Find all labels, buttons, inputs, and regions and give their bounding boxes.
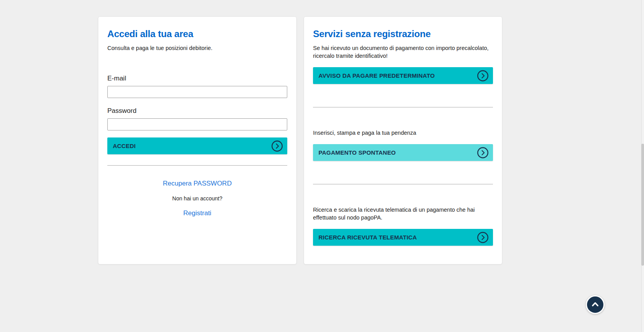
service-section-avviso: Se hai ricevuto un documento di pagament… <box>313 44 493 84</box>
ricerca-ricevuta-button[interactable]: RICERCA RICEVUTA TELEMATICA <box>313 229 493 246</box>
register-link[interactable]: Registrati <box>183 209 212 217</box>
service-section-ricevuta: Ricerca e scarica la ricevuta telematica… <box>313 206 493 246</box>
scroll-to-top-button[interactable] <box>586 295 605 314</box>
chevron-up-icon <box>590 299 600 311</box>
scrollbar-track[interactable] <box>641 0 644 332</box>
accedi-button-label: ACCEDI <box>113 143 136 149</box>
email-label: E-mail <box>107 75 287 82</box>
password-field-group: Password <box>107 107 287 130</box>
login-card-subtitle: Consulta e paga le tue posizioni debitor… <box>107 44 287 52</box>
service-section-spontaneo: Inserisci, stampa e paga la tua pendenza… <box>313 129 493 161</box>
pagamento-spontaneo-button-label: PAGAMENTO SPONTANEO <box>318 149 396 156</box>
service-description: Ricerca e scarica la ricevuta telematica… <box>313 206 493 221</box>
login-card: Accedi alla tua area Consulta e paga le … <box>98 16 297 264</box>
email-field[interactable] <box>107 86 287 98</box>
scrollbar-thumb[interactable] <box>641 144 644 266</box>
email-field-group: E-mail <box>107 75 287 98</box>
login-form: E-mail Password ACCEDI Recupera PASSWORD… <box>107 75 287 217</box>
arrow-right-circle-icon <box>477 232 489 243</box>
accedi-button[interactable]: ACCEDI <box>107 137 287 154</box>
login-card-title: Accedi alla tua area <box>107 29 287 39</box>
arrow-right-circle-icon <box>477 70 489 82</box>
recover-password-link[interactable]: Recupera PASSWORD <box>163 180 231 187</box>
divider <box>107 165 287 166</box>
no-account-text: Non hai un account? <box>107 195 287 202</box>
password-label: Password <box>107 107 287 115</box>
services-card-title: Servizi senza registrazione <box>313 29 493 39</box>
password-field[interactable] <box>107 118 287 130</box>
arrow-right-circle-icon <box>477 147 489 159</box>
ricerca-ricevuta-button-label: RICERCA RICEVUTA TELEMATICA <box>318 234 417 241</box>
services-card: Servizi senza registrazione Se hai ricev… <box>304 16 502 264</box>
service-description: Se hai ricevuto un documento di pagament… <box>313 44 493 60</box>
avviso-predeterminato-button[interactable]: AVVISO DA PAGARE PREDETERMINATO <box>313 67 493 84</box>
service-description: Inserisci, stampa e paga la tua pendenza <box>313 129 493 137</box>
arrow-right-circle-icon <box>271 140 283 152</box>
avviso-predeterminato-button-label: AVVISO DA PAGARE PREDETERMINATO <box>318 72 435 79</box>
pagamento-spontaneo-button[interactable]: PAGAMENTO SPONTANEO <box>313 144 493 161</box>
